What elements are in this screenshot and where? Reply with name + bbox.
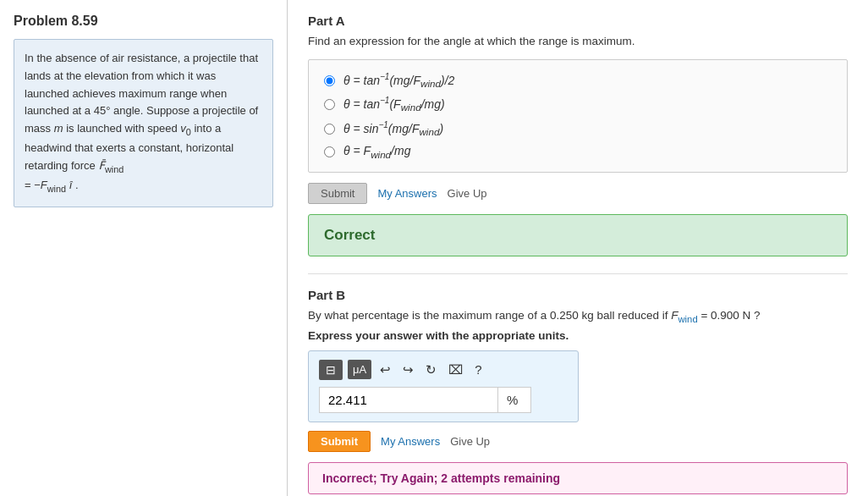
part-a-submit-row: Submit My Answers Give Up (308, 183, 848, 204)
refresh-icon[interactable]: ↻ (422, 361, 440, 379)
option-3[interactable]: θ = sin−1(mg/Fwind) (324, 120, 832, 137)
part-b-submit-row: Submit My Answers Give Up (308, 431, 848, 452)
option-2-label: θ = tan−1(Fwind/mg) (343, 96, 445, 113)
part-b-my-answers-link[interactable]: My Answers (381, 435, 440, 448)
part-a-label: Part A (308, 14, 848, 28)
part-a-options: θ = tan−1(mg/Fwind)/2 θ = tan−1(Fwind/mg… (308, 59, 848, 173)
math-input-area: ⊟ μA ↩ ↪ ↻ ⌧ ? % (308, 350, 579, 422)
problem-text: In the absence of air resistance, a proj… (14, 39, 273, 207)
help-icon[interactable]: ? (471, 361, 485, 378)
math-input-row: % (319, 387, 568, 413)
option-3-label: θ = sin−1(mg/Fwind) (343, 120, 443, 137)
mu-button[interactable]: μA (348, 360, 371, 379)
matrix-button[interactable]: ⊟ (319, 360, 343, 380)
answer-value-input[interactable] (319, 387, 497, 413)
part-a-give-up-label: Give Up (448, 187, 487, 200)
option-1-radio[interactable] (324, 75, 335, 86)
option-4-radio[interactable] (324, 146, 335, 157)
option-2[interactable]: θ = tan−1(Fwind/mg) (324, 96, 832, 113)
problem-title: Problem 8.59 (14, 14, 273, 29)
divider (308, 273, 848, 274)
undo-icon[interactable]: ↩ (376, 361, 394, 379)
option-2-radio[interactable] (324, 99, 335, 110)
option-4[interactable]: θ = Fwind/mg (324, 144, 832, 160)
option-1[interactable]: θ = tan−1(mg/Fwind)/2 (324, 72, 832, 89)
keyboard-icon[interactable]: ⌧ (445, 361, 466, 379)
part-a-submit-button[interactable]: Submit (308, 183, 367, 204)
part-a-question: Find an expression for the angle at whic… (308, 35, 848, 47)
part-b-note: Express your answer with the appropriate… (308, 329, 848, 342)
incorrect-banner: Incorrect; Try Again; 2 attempts remaini… (308, 462, 848, 494)
part-b-label: Part B (308, 288, 848, 302)
part-a-my-answers-link[interactable]: My Answers (377, 187, 437, 200)
redo-icon[interactable]: ↪ (399, 361, 417, 379)
correct-banner: Correct (308, 214, 848, 256)
part-b-question: By what percentage is the maximum range … (308, 309, 848, 324)
option-3-radio[interactable] (324, 124, 335, 135)
part-b-submit-button[interactable]: Submit (308, 431, 371, 452)
option-1-label: θ = tan−1(mg/Fwind)/2 (343, 72, 454, 89)
option-4-label: θ = Fwind/mg (343, 144, 410, 160)
answer-unit-display: % (497, 387, 531, 413)
part-b-give-up-label: Give Up (450, 435, 490, 448)
math-toolbar: ⊟ μA ↩ ↪ ↻ ⌧ ? (319, 360, 568, 380)
